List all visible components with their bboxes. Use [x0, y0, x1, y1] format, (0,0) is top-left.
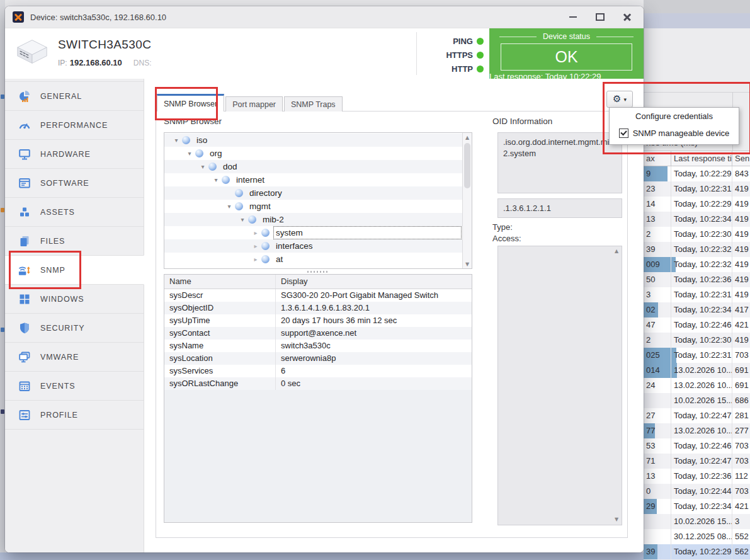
menu-item-configure-credentials[interactable]: Configure credentials: [610, 108, 739, 125]
cell-last-response-time: 13.02.2026 10...: [671, 423, 732, 438]
expander-closed-icon[interactable]: ▸: [251, 229, 260, 236]
table-row[interactable]: sysUpTime20 days 17 hours 36 min 12 sec: [164, 314, 472, 327]
bg-table-row[interactable]: 025Today, 10:22:31703: [644, 348, 750, 363]
bg-table-row[interactable]: 29Today, 10:22:34421: [644, 499, 750, 514]
bg-table-row[interactable]: 2Today, 10:22:30419: [644, 227, 750, 242]
expander-open-icon[interactable]: ▾: [185, 150, 194, 157]
bg-table-row[interactable]: 47Today, 10:22:46421: [644, 317, 750, 333]
column-header-display[interactable]: Display: [276, 275, 472, 289]
bg-table-row[interactable]: 39Today, 10:22:29562: [644, 544, 750, 559]
bg-table-row[interactable]: 27Today, 10:22:47281: [644, 408, 750, 423]
tree-node-interfaces[interactable]: ▸interfaces: [164, 239, 462, 253]
minimize-button[interactable]: [568, 12, 578, 22]
bg-table-row[interactable]: 01413.02.2026 10...691: [644, 363, 750, 378]
bg-table-row[interactable]: 2413.02.2026 10...691: [644, 378, 750, 393]
table-row[interactable]: sysObjectID1.3.6.1.4.1.9.6.1.83.20.1: [164, 302, 472, 314]
bg-table-row[interactable]: 3Today, 10:22:31419: [644, 287, 750, 302]
table-row[interactable]: sysORLastChange0 sec: [164, 377, 472, 390]
maximize-button[interactable]: [595, 12, 605, 22]
sidebar-item-label: FILES: [40, 237, 65, 246]
sidebar-item-snmp[interactable]: SNMP: [5, 255, 144, 285]
bg-table-row[interactable]: 10.02.2026 15...686: [644, 393, 750, 408]
bg-table-row[interactable]: 10.02.2026 15...3: [644, 514, 750, 529]
expander-open-icon[interactable]: ▾: [172, 137, 181, 144]
bg-table-row[interactable]: 9Today, 10:22:29843: [644, 166, 750, 181]
windows-grid-icon: [18, 292, 31, 306]
tree-node-iso[interactable]: ▾iso: [164, 134, 462, 147]
sidebar-item-general[interactable]: GENERAL: [5, 81, 144, 111]
cell-max: 50: [644, 272, 671, 287]
scroll-up-icon[interactable]: ▲: [463, 133, 472, 142]
bg-table-row[interactable]: 13Today, 10:22:36112: [644, 469, 750, 484]
tree-scrollbar[interactable]: ▲ ▼: [462, 133, 472, 268]
sidebar-item-vmware[interactable]: VMWARE: [5, 342, 144, 372]
bg-table-row[interactable]: 71Today, 10:22:47703: [644, 454, 750, 469]
sidebar-item-hardware[interactable]: HARDWARE: [5, 139, 144, 169]
sidebar-item-security[interactable]: SECURITY: [5, 313, 144, 343]
cell-max: 2: [644, 227, 671, 242]
sidebar-item-software[interactable]: SOFTWARE: [5, 168, 144, 198]
bg-table-row[interactable]: 30.12.2025 08...552: [644, 529, 750, 544]
bg-table-row[interactable]: 50Today, 10:22:36419: [644, 272, 750, 287]
bg-table-row[interactable]: 53Today, 10:22:46703: [644, 438, 750, 454]
bg-table-row[interactable]: 14Today, 10:22:29419: [644, 197, 750, 212]
checkbox-checked-icon[interactable]: [619, 129, 628, 138]
bg-table-row[interactable]: 7713.02.2026 10...277: [644, 423, 750, 438]
scroll-down-icon[interactable]: ▼: [613, 515, 620, 524]
titlebar[interactable]: Device: switch3a530c, 192.168.60.10: [5, 6, 644, 28]
bg-table-row[interactable]: 39Today, 10:22:32419: [644, 242, 750, 257]
expander-closed-icon[interactable]: ▸: [251, 256, 260, 263]
tree-node-internet[interactable]: ▾internet: [164, 173, 462, 186]
tab-port-mapper[interactable]: Port mapper: [225, 96, 283, 111]
tab-snmp-traps[interactable]: SNMP Traps: [284, 96, 343, 111]
tab-snmp-browser[interactable]: SNMP Browser: [157, 94, 224, 111]
gear-button[interactable]: ⚙ ▾: [606, 91, 633, 108]
sidebar-item-events[interactable]: EVENTS: [5, 371, 144, 401]
tree-node-at[interactable]: ▸at: [164, 253, 462, 266]
bg-column-header-last-response-ti[interactable]: Last response ti: [671, 151, 732, 166]
scroll-thumb[interactable]: [464, 143, 470, 188]
table-row[interactable]: sysDescrSG300-20 20-Port Gigabit Managed…: [164, 289, 472, 302]
scroll-up-icon[interactable]: ▲: [613, 247, 620, 256]
table-row[interactable]: sysServices6: [164, 365, 472, 377]
sidebar-item-profile[interactable]: PROFILE: [5, 400, 144, 430]
bg-table-row[interactable]: 13Today, 10:22:34419: [644, 212, 750, 227]
splitter-handle[interactable]: [164, 270, 472, 273]
scroll-down-icon[interactable]: ▼: [463, 260, 472, 268]
bg-table-row[interactable]: 02Today, 10:22:34417: [644, 302, 750, 317]
oid-scrollbar[interactable]: ▲ ▼: [613, 247, 621, 524]
cell-max: 53: [644, 438, 671, 454]
tree-node-system[interactable]: ▸system: [164, 226, 462, 239]
tree-node-directory[interactable]: directory: [164, 186, 462, 200]
sidebar-item-windows[interactable]: WINDOWS: [5, 284, 144, 314]
tree-node-org[interactable]: ▾org: [164, 147, 462, 160]
table-row[interactable]: sysContactsupport@axence.net: [164, 327, 472, 340]
shield-icon: [18, 321, 31, 334]
column-header-name[interactable]: Name: [164, 275, 276, 289]
bg-column-header-ax[interactable]: ax: [644, 151, 671, 166]
table-row[interactable]: sysNameswitch3a530c: [164, 340, 472, 352]
expander-open-icon[interactable]: ▾: [238, 216, 247, 223]
sidebar-item-performance[interactable]: PERFORMANCE: [5, 110, 144, 140]
bg-column-header-sen[interactable]: Sen: [732, 151, 750, 166]
expander-open-icon[interactable]: ▾: [198, 163, 207, 170]
menu-item-label: SNMP manageable device: [633, 129, 730, 138]
cell-last-response-time: Today, 10:22:47: [671, 454, 732, 469]
tree-node-dod[interactable]: ▾dod: [164, 160, 462, 173]
expander-open-icon[interactable]: ▾: [212, 176, 220, 183]
menu-item-snmp-manageable-device[interactable]: SNMP manageable device: [610, 125, 739, 142]
expander-open-icon[interactable]: ▾: [225, 203, 234, 210]
cell-last-response-time: Today, 10:22:31: [671, 287, 732, 302]
close-button[interactable]: [622, 12, 632, 22]
tree-node-mib-2[interactable]: ▾mib-2: [164, 213, 462, 226]
bg-table-row[interactable]: 009Today, 10:22:32419: [644, 257, 750, 272]
sidebar-item-files[interactable]: FILES: [5, 226, 144, 256]
tree-node-mgmt[interactable]: ▾mgmt: [164, 200, 462, 213]
bg-table-row[interactable]: 23Today, 10:22:31419: [644, 181, 750, 197]
bg-table-row[interactable]: 2Today, 10:22:30419: [644, 333, 750, 348]
bg-table-row[interactable]: 0Today, 10:22:44703: [644, 484, 750, 499]
sidebar-item-assets[interactable]: ASSETS: [5, 197, 144, 227]
expander-closed-icon[interactable]: ▸: [251, 243, 260, 249]
cell-display: switch3a530c: [276, 340, 472, 352]
table-row[interactable]: sysLocationserwerownia8p: [164, 352, 472, 365]
